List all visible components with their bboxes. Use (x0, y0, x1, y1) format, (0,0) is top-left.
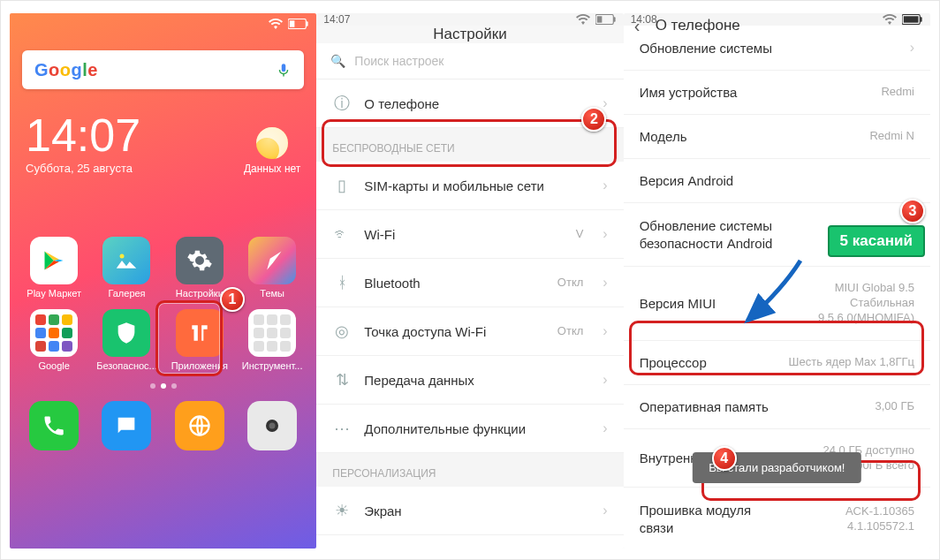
sim-icon: ▯ (332, 176, 352, 195)
svg-rect-9 (597, 16, 603, 22)
row-value: V (576, 227, 584, 242)
app-label: Настройки (176, 288, 224, 299)
settings-search[interactable]: 🔍 Поиск настроек (316, 43, 623, 79)
app-security[interactable]: Безопаснос... (93, 309, 160, 371)
dock-camera[interactable] (239, 401, 306, 450)
row-more[interactable]: ⋯Дополнительные функции› (316, 405, 623, 453)
row-ram[interactable]: Оперативная память3,00 ГБ (624, 385, 930, 429)
chevron-right-icon: › (603, 503, 607, 518)
mic-icon[interactable] (276, 62, 292, 78)
mi-apps-icon (176, 309, 224, 357)
chevron-right-icon: › (603, 226, 607, 242)
row-device-name[interactable]: Имя устройстваRedmi (624, 71, 930, 115)
phone-about: 14:08 ‹ О телефоне Обновление системы› И… (624, 13, 930, 549)
folder-icon (248, 309, 296, 357)
row-value: 3,00 ГБ (876, 399, 914, 414)
app-folder-google[interactable]: Google (20, 309, 87, 371)
row-label: Обновление системы (640, 41, 891, 56)
app-label: Google (38, 360, 69, 371)
statusbar: 14:07 (316, 13, 623, 26)
dock-phone[interactable] (20, 401, 87, 450)
chevron-right-icon: › (603, 323, 607, 339)
svg-point-3 (120, 254, 125, 259)
battery-icon (288, 19, 309, 29)
chevron-right-icon: › (603, 275, 607, 291)
camera-icon (247, 401, 297, 450)
row-about-phone[interactable]: ⓘ О телефоне › (316, 79, 623, 128)
dock (10, 396, 316, 463)
row-sim[interactable]: ▯SIM-карты и мобильные сети› (316, 162, 623, 210)
app-label: Безопаснос... (96, 360, 157, 371)
data-icon: ⇅ (332, 370, 352, 390)
app-label: Play Маркет (27, 288, 81, 299)
row-label: Экран (364, 503, 583, 518)
row-android-version[interactable]: Версия Android (624, 159, 930, 203)
app-settings[interactable]: Настройки (166, 237, 233, 299)
page-indicator[interactable] (10, 383, 316, 389)
row-cpu[interactable]: ПроцессорШесть ядер Max 1,8ГГц (624, 341, 930, 385)
row-display[interactable]: ☀Экран› (316, 487, 623, 535)
row-value: Redmi N (869, 129, 914, 144)
chevron-right-icon: › (603, 95, 607, 111)
row-baseband[interactable]: Прошивка модуля связиACK-1.10365 4.1.105… (624, 488, 930, 549)
page-title: Настройки (433, 26, 506, 43)
chevron-right-icon: › (910, 40, 914, 56)
globe-icon (175, 401, 224, 450)
app-mi-apps[interactable]: Приложения (166, 309, 233, 371)
row-label: Оперативная память (640, 399, 863, 414)
callout-badge-3: 3 (900, 199, 925, 223)
clock-widget[interactable]: 14:07 Суббота, 25 августа Данных нет (10, 89, 316, 175)
callout-badge-4: 4 (712, 446, 737, 471)
svg-rect-1 (307, 21, 308, 26)
chevron-right-icon: › (603, 372, 607, 388)
more-icon: ⋯ (332, 419, 352, 438)
page-title: О телефоне (656, 17, 740, 34)
chevron-right-icon: › (603, 178, 607, 193)
status-time: 14:07 (323, 13, 350, 26)
statusbar (10, 13, 316, 34)
folder-icon (30, 309, 78, 357)
row-bluetooth[interactable]: ᚼBluetoothОткл› (316, 259, 623, 307)
weather-widget[interactable]: Данных нет (244, 127, 300, 175)
section-header-wireless: БЕСПРОВОДНЫЕ СЕТИ (316, 128, 623, 162)
weather-label: Данных нет (244, 163, 300, 175)
google-search-bar[interactable]: Google (22, 50, 304, 89)
google-logo: Google (34, 60, 98, 80)
gallery-icon (102, 237, 150, 284)
app-themes[interactable]: Темы (239, 237, 306, 299)
wifi-icon (883, 14, 897, 25)
weather-icon (256, 127, 288, 159)
row-label: Обновление системы безопасности Android (640, 217, 844, 252)
row-label: Точка доступа Wi-Fi (364, 324, 545, 339)
apps-grid: Play Маркет Галерея Настройки Темы Googl… (10, 175, 316, 371)
search-icon: 🔍 (330, 54, 345, 68)
app-label: Приложения (171, 360, 228, 371)
dock-messages[interactable] (93, 401, 160, 450)
row-label: Передача данных (364, 373, 583, 388)
row-value: Откл (557, 276, 584, 291)
row-data-usage[interactable]: ⇅Передача данных› (316, 356, 623, 405)
titlebar: Настройки (316, 26, 623, 43)
wifi-icon: ᯤ (332, 224, 352, 244)
row-label: Bluetooth (364, 276, 545, 291)
row-wifi[interactable]: ᯤWi-FiV› (316, 210, 623, 259)
themes-icon (248, 237, 296, 284)
back-icon[interactable]: ‹ (634, 16, 641, 36)
svg-point-6 (269, 423, 276, 429)
dock-browser[interactable] (166, 401, 233, 450)
row-wallpaper[interactable]: ▧Обои› (316, 535, 623, 549)
chevron-right-icon: › (603, 420, 607, 436)
app-label: Темы (260, 288, 284, 299)
app-gallery[interactable]: Галерея (93, 237, 160, 299)
search-placeholder: Поиск настроек (354, 54, 443, 68)
row-value: MIUI Global 9.5 Стабильная 9.5.6.0(MHOMI… (818, 281, 914, 326)
app-play-market[interactable]: Play Маркет (20, 237, 87, 299)
row-model[interactable]: МодельRedmi N (624, 115, 930, 159)
gear-icon (176, 237, 224, 284)
svg-rect-12 (904, 16, 919, 22)
display-icon: ☀ (332, 501, 352, 520)
arrow-icon (730, 254, 809, 333)
app-folder-tools[interactable]: Инструмент... (239, 309, 306, 371)
callout-badge-1: 1 (220, 287, 245, 312)
row-hotspot[interactable]: ◎Точка доступа Wi-FiОткл› (316, 307, 623, 356)
